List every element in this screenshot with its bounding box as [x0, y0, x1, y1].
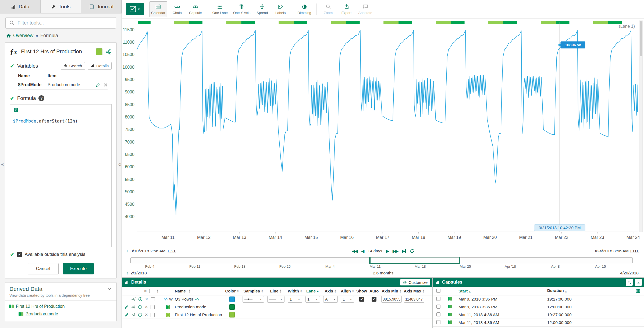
- capsule-checkbox[interactable]: [436, 305, 440, 309]
- capsule-checkbox[interactable]: [436, 297, 440, 301]
- production-mode-capsule-bar[interactable]: [138, 21, 151, 24]
- row-checkbox[interactable]: [151, 313, 155, 317]
- capsule-row[interactable]: Mar 9, 2018 3:36 PM12:00:00.000: [433, 303, 644, 311]
- derived-item-link[interactable]: Production mode: [26, 312, 58, 316]
- tab-tools[interactable]: Tools: [41, 0, 81, 13]
- tab-data[interactable]: Data: [0, 0, 41, 13]
- formula-color-swatch[interactable]: [96, 48, 102, 55]
- filter-tools-input[interactable]: [5, 17, 116, 29]
- details-row-first-12-hrs[interactable]: ✕ First 12 Hrs of Production: [122, 311, 432, 319]
- formula-code-input[interactable]: $ProdMode.afterStart(12h): [10, 115, 111, 247]
- toolbar-spread[interactable]: Spread: [254, 1, 271, 17]
- y-tick-label[interactable]: 10500: [123, 52, 135, 57]
- x-tick-label[interactable]: Mar 11: [162, 235, 175, 240]
- toolbar-capsule[interactable]: Capsule: [187, 1, 204, 17]
- customize-button[interactable]: Customize: [400, 279, 430, 285]
- first-12-hrs-capsule-bar[interactable]: [174, 21, 189, 24]
- capsule-row[interactable]: Mar 11, 2018 4:36 AM12:00:00.000: [433, 319, 644, 327]
- x-tick-label[interactable]: Mar 13: [233, 235, 246, 240]
- x-tick-label[interactable]: Mar 15: [304, 235, 318, 240]
- cancel-button[interactable]: Cancel: [28, 263, 59, 274]
- first-12-hrs-capsule-bar[interactable]: [593, 21, 608, 24]
- item-name[interactable]: Q3 Power: [175, 297, 193, 302]
- range-start-timezone[interactable]: EST: [168, 249, 176, 253]
- x-tick-label[interactable]: Mar 19: [448, 235, 461, 240]
- y-tick-label[interactable]: 10000: [123, 65, 135, 69]
- capsule-row[interactable]: Mar 11, 2018 4:36 AM19:27:00.000: [433, 311, 644, 319]
- show-checkbox[interactable]: ✔: [359, 297, 364, 302]
- y-tick-label[interactable]: 4000: [125, 214, 134, 219]
- trend-chart[interactable]: 1150011000105001000095009000850080007500…: [122, 19, 644, 246]
- breadcrumb-overview[interactable]: Overview: [13, 33, 33, 39]
- collapse-panel-icon[interactable]: «: [1, 161, 4, 167]
- capsule-row[interactable]: Mar 9, 2018 3:36 PM19:27:00.000: [433, 295, 644, 303]
- color-swatch[interactable]: [229, 296, 235, 302]
- y-tick-label[interactable]: 6500: [125, 152, 134, 157]
- remove-item-icon[interactable]: ✕: [145, 305, 148, 309]
- step-forward-half-icon[interactable]: ▶: [386, 249, 389, 254]
- align-select[interactable]: L▼: [341, 296, 354, 303]
- axis-min-input[interactable]: [381, 296, 402, 303]
- y-tick-label[interactable]: 4500: [125, 202, 134, 207]
- production-mode-capsule-bar[interactable]: [556, 21, 570, 24]
- range-end-timezone[interactable]: EDT: [630, 249, 639, 253]
- view-mode-dropdown[interactable]: ▼: [126, 3, 144, 15]
- column-chooser-icon[interactable]: [636, 289, 640, 293]
- first-12-hrs-capsule-bar[interactable]: [488, 21, 503, 24]
- col-width[interactable]: Width: [288, 289, 299, 293]
- production-mode-capsule-bar[interactable]: [346, 21, 360, 24]
- toolbar-calendar[interactable]: Calendar: [149, 1, 167, 17]
- step-forward-full-icon[interactable]: ▶▶: [393, 249, 398, 254]
- item-name[interactable]: Production mode: [175, 305, 206, 309]
- col-start[interactable]: Start: [458, 289, 468, 293]
- step-back-half-icon[interactable]: ◀: [361, 249, 364, 254]
- info-icon[interactable]: [138, 313, 142, 317]
- pin-icon[interactable]: [131, 305, 136, 309]
- tab-journal[interactable]: Journal: [81, 0, 122, 13]
- x-tick-label[interactable]: Mar 21: [519, 235, 533, 240]
- q3-power-signal-line[interactable]: [137, 30, 638, 215]
- range-start-arrow-icon[interactable]: ↓: [126, 248, 129, 254]
- y-tick-label[interactable]: 8500: [125, 102, 134, 107]
- auto-checkbox[interactable]: ✔: [372, 297, 376, 302]
- select-all-checkbox[interactable]: [149, 289, 153, 293]
- production-mode-capsule-bar[interactable]: [451, 21, 465, 24]
- y-tick-label[interactable]: 8000: [125, 115, 134, 119]
- col-align[interactable]: Align: [341, 289, 351, 293]
- lane-select[interactable]: 1▼: [305, 296, 320, 303]
- x-tick-label[interactable]: Mar 20: [483, 235, 497, 240]
- step-to-now-icon[interactable]: ▶: [402, 249, 405, 254]
- first-12-hrs-capsule-bar[interactable]: [279, 21, 294, 24]
- derived-item-link[interactable]: First 12 Hrs of Production: [16, 304, 65, 309]
- samples-select[interactable]: ▼: [243, 296, 264, 303]
- x-tick-label[interactable]: Mar 22: [555, 235, 568, 240]
- edit-pencil-icon[interactable]: [124, 305, 129, 309]
- toolbar-chain[interactable]: Chain: [169, 1, 186, 17]
- capsules-collapse-button[interactable]: [635, 279, 642, 286]
- investigate-start-arrow-icon[interactable]: ↑: [126, 270, 129, 276]
- documentation-icon[interactable]: [13, 107, 19, 113]
- collapse-sidebar-icon[interactable]: «: [118, 161, 121, 167]
- first-12-hrs-capsule-bar[interactable]: [383, 21, 399, 24]
- variables-search-button[interactable]: Search: [61, 62, 85, 70]
- col-duration[interactable]: Duration: [547, 288, 564, 293]
- remove-variable-icon[interactable]: [104, 83, 108, 87]
- y-tick-label[interactable]: 11000: [123, 40, 134, 44]
- pin-icon[interactable]: [131, 313, 136, 317]
- x-tick-label[interactable]: Mar 14: [269, 235, 282, 240]
- first-12-hrs-capsule-bar[interactable]: [331, 21, 346, 24]
- capsules-zoom-button[interactable]: [626, 279, 633, 286]
- remove-item-icon[interactable]: ✕: [145, 297, 148, 302]
- y-tick-label[interactable]: 7500: [125, 127, 134, 132]
- info-icon[interactable]: [138, 297, 143, 301]
- col-name[interactable]: Name: [175, 289, 186, 293]
- timeline-track[interactable]: [130, 257, 633, 263]
- production-mode-capsule-bar[interactable]: [189, 21, 202, 24]
- x-tick-label[interactable]: Mar 23: [591, 235, 604, 240]
- formula-help-icon[interactable]: ?: [38, 95, 44, 101]
- capsule-checkbox[interactable]: [436, 320, 440, 324]
- edit-pencil-icon[interactable]: [96, 83, 100, 87]
- x-tick-label[interactable]: Mar 17: [376, 235, 389, 240]
- pin-icon[interactable]: [131, 297, 136, 301]
- execute-button[interactable]: Execute: [63, 263, 94, 274]
